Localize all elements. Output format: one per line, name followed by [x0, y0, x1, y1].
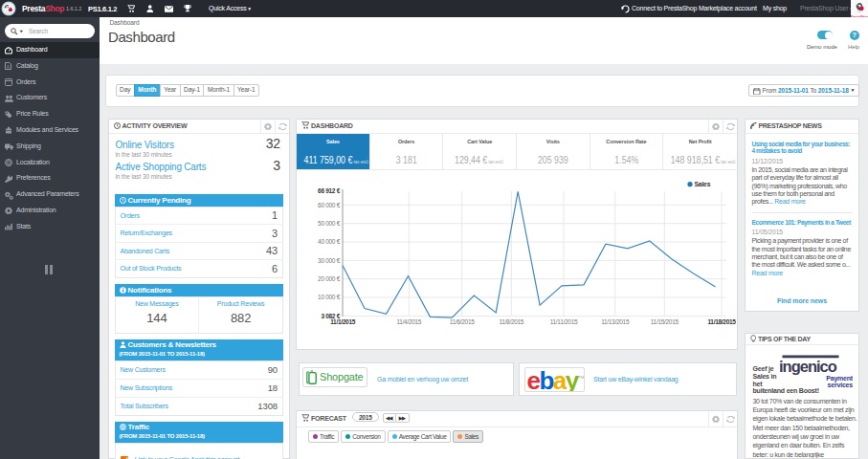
svg-text:11/13/2015: 11/13/2015 — [601, 318, 630, 325]
svg-text:11/18/2015: 11/18/2015 — [707, 318, 736, 325]
svg-text:11/8/2015: 11/8/2015 — [499, 318, 523, 325]
svg-text:20 000 €: 20 000 € — [318, 275, 341, 282]
svg-text:11/6/2015: 11/6/2015 — [450, 318, 475, 325]
svg-text:40 000 €: 40 000 € — [318, 238, 341, 245]
svg-text:11/15/2015: 11/15/2015 — [651, 318, 679, 325]
svg-text:11/4/2015: 11/4/2015 — [396, 318, 421, 325]
svg-text:10 000 €: 10 000 € — [318, 294, 341, 300]
svg-text:services: services — [828, 381, 853, 387]
svg-text:11/1/2015: 11/1/2015 — [330, 318, 356, 325]
svg-text:11/11/2015: 11/11/2015 — [550, 318, 578, 325]
svg-text:Sales: Sales — [695, 181, 711, 187]
svg-text:30 000 €: 30 000 € — [318, 257, 341, 264]
svg-text:60 000 €: 60 000 € — [318, 202, 341, 208]
svg-text:66 912 €: 66 912 € — [318, 187, 341, 194]
svg-text:50 000 €: 50 000 € — [318, 220, 341, 227]
svg-text:ingenico: ingenico — [780, 358, 837, 375]
